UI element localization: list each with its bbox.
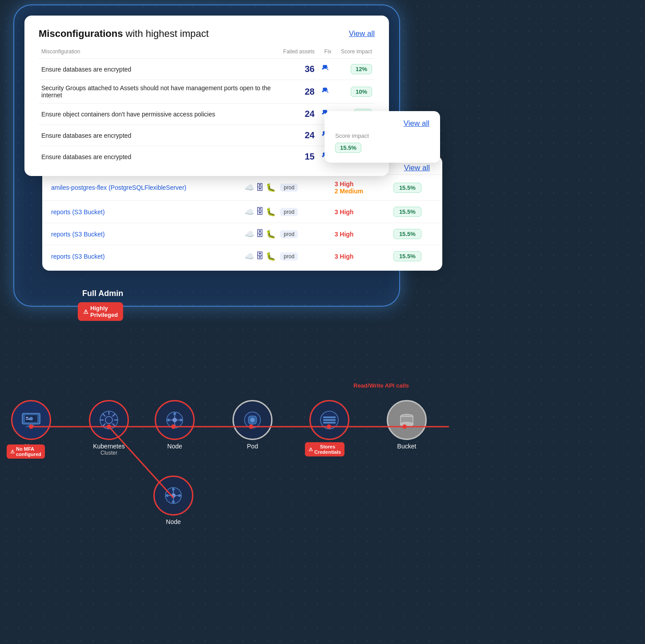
misconfig-row-fix [317,59,334,80]
misconfig-row-score: 12% [334,59,375,80]
svg-point-48 [172,500,175,503]
score-impact-header: View all [335,119,429,128]
prod-tag: prod [280,230,298,238]
misconfig-row-count: 24 [276,125,317,146]
asset-name-link[interactable]: reports (S3 Bucket) [51,253,105,260]
misconfig-row-fix [317,80,334,104]
misconfig-row-label: Ensure databases are encrypted [39,59,276,80]
svg-point-12 [29,417,33,420]
warning-icon-mfa: ⚠ [10,449,15,455]
svg-rect-14 [26,419,30,420]
svg-point-47 [172,488,175,491]
db-icon: 🗄 [256,252,264,261]
prod-tag: prod [280,208,298,216]
node-k8s-sublabel: Cluster [100,450,117,456]
svg-point-29 [167,419,170,421]
stores-credentials-text: StoresCredentials [314,444,341,455]
svg-point-49 [166,494,168,497]
db-icon: 🗄 [256,229,264,239]
asset-name-link[interactable]: reports (S3 Bucket) [51,208,105,216]
bucket-icon [397,410,417,430]
graph-section: Full Admin ⚠ HighlyPrivileged [0,280,489,538]
node-icon-1 [165,410,184,430]
bug-icon: 🐛 [266,252,276,261]
node-kubernetes [89,400,129,440]
bug-icon: 🐛 [266,229,276,239]
sub-node-label: Node [166,518,180,525]
prod-tag: prod [280,252,298,260]
node-k8s-wrapper: Kubernetes Cluster [89,400,129,456]
misconfig-row-score: 10% [334,80,375,104]
db-icon: 🗄 [256,183,264,192]
score-impact-card: View all Score impact 15.5% [325,111,440,163]
svg-rect-13 [26,417,28,418]
score-impact-label: Score impact [335,132,429,139]
misconfig-header: Misconfigurations with highest impact Vi… [39,28,375,40]
db-icon: 🗄 [256,207,264,216]
warning-icon-privileged: ⚠ [83,308,88,315]
asset-name-cell: reports (S3 Bucket) [42,201,236,223]
node-bucket-wrapper: Bucket [387,400,427,450]
no-mfa-badge: ⚠ No MFAconfigured [7,444,45,459]
svg-point-50 [178,494,181,497]
svg-point-46 [171,493,176,498]
user-computer-icon [21,412,41,428]
assets-table: amiles-postgres-flex (PostgreSQLFlexible… [42,174,442,267]
node-user-wrapper: User ⚠ No MFAconfigured [11,400,51,450]
node-bucket-label: Bucket [397,443,417,450]
asset-name-link[interactable]: reports (S3 Bucket) [51,231,105,238]
asset-severity-cell: 3 High [326,201,385,223]
misconfig-row: Ensure databases are encrypted 36 12% [39,59,375,80]
view-all-link-assets[interactable]: View all [404,164,430,172]
misconfig-title: Misconfigurations with highest impact [39,28,209,40]
asset-row: amiles-postgres-flex (PostgreSQLFlexible… [42,175,442,201]
kubernetes-icon [98,409,120,431]
cloud-icon: ☁️ [244,183,254,192]
bug-icon: 🐛 [266,207,276,217]
node-pod [232,400,272,440]
prod-tag: prod [280,184,298,192]
node1-wrapper: Node [155,400,195,450]
asset-name-cell: amiles-postgres-flex (PostgreSQLFlexible… [42,175,236,201]
asset-name-cell: reports (S3 Bucket) [42,245,236,268]
node-icon-2 [164,486,183,505]
view-all-link-score[interactable]: View all [404,119,429,128]
col-score-impact: Score impact [334,47,375,59]
score-impact-value: 15.5% [335,143,361,153]
svg-point-26 [172,418,177,422]
node-user [11,400,51,440]
asset-row: reports (S3 Bucket) ☁️ 🗄 🐛 prod 3 High 1… [42,223,442,245]
asset-icons-cell: ☁️ 🗄 🐛 prod [236,175,325,201]
read-write-label: Read/Write API calls [353,382,409,390]
asset-icons-cell: ☁️ 🗄 🐛 prod [236,223,325,245]
node1-label: Node [167,443,182,450]
svg-rect-41 [323,422,336,424]
col-failed-assets: Failed assets [276,47,317,59]
highly-privileged-text: HighlyPrivileged [90,305,118,318]
sub-node-wrapper: Node [153,476,193,525]
node-pod-wrapper: Pod [232,400,272,450]
misconfig-title-rest: with highest impact [123,28,208,39]
col-fix: Fix [317,47,334,59]
misconfig-row-label: Ensure databases are encrypted [39,146,276,168]
svg-rect-11 [26,426,36,427]
pod-icon [243,410,262,430]
stores-credentials-badge: ⚠ StoresCredentials [305,442,345,456]
asset-severity-cell: 3 High2 Medium [326,175,385,201]
misconfig-row-count: 15 [276,146,317,168]
view-all-link-misconfig[interactable]: View all [349,29,375,38]
misconfig-row-count: 28 [276,80,317,104]
misconfig-row-label: Ensure databases are encrypted [39,125,276,146]
severity-high: 3 High [335,208,354,216]
misconfig-row: Security Groups attached to Assets shoul… [39,80,375,104]
cloud-icon: ☁️ [244,252,254,261]
misconfig-row-count: 36 [276,59,317,80]
asset-name-link[interactable]: amiles-postgres-flex (PostgreSQLFlexible… [51,184,186,191]
svg-rect-39 [323,416,336,418]
cloud-icon: ☁️ [244,207,254,217]
asset-score-cell: 15.5% [385,175,442,201]
highly-privileged-badge: ⚠ HighlyPrivileged [78,302,123,321]
asset-icons-cell: ☁️ 🗄 🐛 prod [236,201,325,223]
asset-score-cell: 15.5% [385,245,442,268]
asset-row: reports (S3 Bucket) ☁️ 🗄 🐛 prod 3 High 1… [42,245,442,268]
